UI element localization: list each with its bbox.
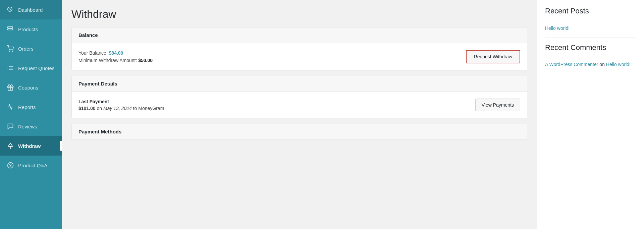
dashboard-icon: [7, 6, 14, 13]
payment-methods-card-header: Payment Methods: [72, 124, 527, 140]
min-label: Minimum Withdraw Amount:: [78, 58, 138, 63]
sidebar-item-orders[interactable]: Orders: [0, 39, 62, 58]
balance-info: Your Balance: $84.00 Minimum Withdraw Am…: [78, 50, 153, 63]
payment-details-card-header: Payment Details: [72, 76, 527, 92]
balance-card: Balance Your Balance: $84.00 Minimum Wit…: [71, 27, 527, 70]
sidebar-item-request-quotes[interactable]: Request Quotes: [0, 58, 62, 78]
sidebar: Dashboard Products Orders Request Quotes…: [0, 0, 62, 229]
payment-methods-card: Payment Methods: [71, 124, 527, 140]
svg-point-3: [9, 51, 10, 52]
sidebar-item-products[interactable]: Products: [0, 19, 62, 39]
sidebar-item-label: Coupons: [18, 85, 38, 91]
right-sidebar: Recent Posts Hello world! Recent Comment…: [537, 0, 644, 229]
sidebar-item-reviews[interactable]: Reviews: [0, 117, 62, 136]
sidebar-item-label: Product Q&A: [18, 163, 48, 168]
min-value: $50.00: [138, 58, 153, 63]
svg-point-4: [12, 51, 13, 52]
widget-divider: [545, 38, 636, 38]
recent-comment-item: A WordPress Commenter on Hello world!: [545, 61, 636, 68]
quotes-icon: [7, 64, 14, 72]
payment-to: to MoneyGram: [133, 106, 164, 111]
payment-details-card-title: Payment Details: [78, 81, 117, 87]
balance-card-header: Balance: [72, 27, 527, 43]
reviews-icon: [7, 123, 14, 130]
min-withdraw-line: Minimum Withdraw Amount: $50.00: [78, 58, 153, 63]
recent-posts-title: Recent Posts: [545, 7, 636, 19]
coupons-icon: [7, 84, 14, 91]
sidebar-item-label: Products: [18, 26, 38, 32]
commenter-link[interactable]: A WordPress Commenter: [545, 62, 598, 67]
balance-line: Your Balance: $84.00: [78, 50, 153, 56]
page-title: Withdraw: [71, 8, 527, 20]
payment-details-card-body: Last Payment $101.00 on May 13, 2024 to …: [72, 92, 527, 118]
balance-label: Your Balance:: [78, 50, 109, 56]
recent-comments-list: A WordPress Commenter on Hello world!: [545, 61, 636, 68]
payment-preposition: on: [97, 106, 103, 111]
svg-rect-2: [8, 28, 13, 30]
sidebar-item-label: Reports: [18, 104, 36, 110]
products-icon: [7, 25, 14, 33]
withdraw-icon: [7, 142, 14, 150]
request-withdraw-button[interactable]: Request Withdraw: [466, 50, 520, 63]
recent-comments-title: Recent Comments: [545, 43, 636, 55]
payment-amount: $101.00: [78, 106, 96, 111]
payment-details-info: Last Payment $101.00 on May 13, 2024 to …: [78, 99, 164, 111]
sidebar-item-label: Withdraw: [18, 143, 41, 149]
sidebar-item-product-qa[interactable]: Product Q&A: [0, 156, 62, 175]
sidebar-item-reports[interactable]: Reports: [0, 97, 62, 117]
payment-date: May 13, 2024: [103, 106, 132, 111]
orders-icon: [7, 45, 14, 52]
sidebar-item-label: Dashboard: [18, 7, 43, 13]
recent-posts-list: Hello world!: [545, 24, 636, 32]
sidebar-item-coupons[interactable]: Coupons: [0, 78, 62, 97]
sidebar-item-label: Orders: [18, 46, 34, 52]
last-payment-detail: $101.00 on May 13, 2024 to MoneyGram: [78, 106, 164, 111]
reports-icon: [7, 103, 14, 111]
balance-card-title: Balance: [78, 32, 98, 38]
balance-card-body: Your Balance: $84.00 Minimum Withdraw Am…: [72, 43, 527, 70]
balance-value: $84.00: [109, 50, 123, 56]
last-payment-label: Last Payment: [78, 99, 164, 104]
sidebar-item-withdraw[interactable]: Withdraw: [0, 136, 62, 156]
svg-rect-1: [8, 27, 13, 28]
sidebar-item-label: Request Quotes: [18, 65, 54, 71]
payment-details-card: Payment Details Last Payment $101.00 on …: [71, 76, 527, 118]
recent-post-link[interactable]: Hello world!: [545, 24, 636, 32]
view-payments-button[interactable]: View Payments: [475, 99, 520, 111]
sidebar-item-dashboard[interactable]: Dashboard: [0, 0, 62, 19]
main-content: Withdraw Balance Your Balance: $84.00 Mi…: [62, 0, 537, 229]
payment-methods-card-title: Payment Methods: [78, 129, 121, 134]
main-wrapper: Withdraw Balance Your Balance: $84.00 Mi…: [62, 0, 644, 229]
comment-post-link[interactable]: Hello world!: [606, 62, 631, 67]
qa-icon: [7, 162, 14, 169]
sidebar-item-label: Reviews: [18, 124, 37, 129]
